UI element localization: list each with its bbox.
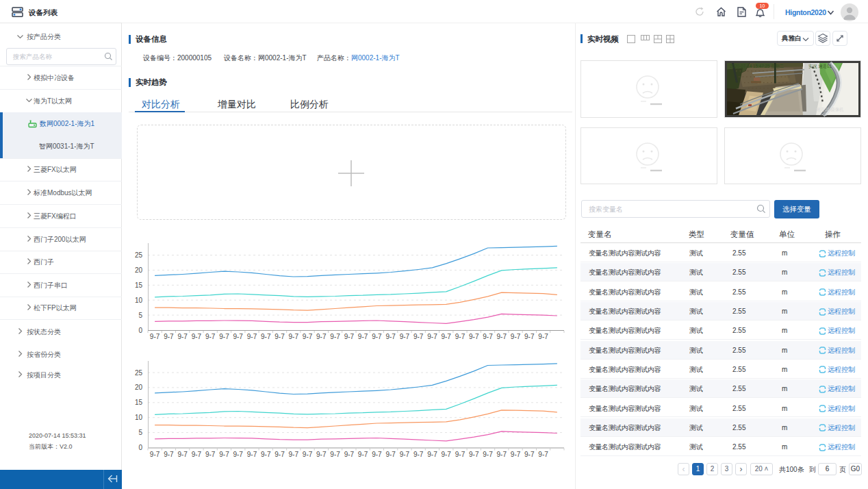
svg-text:9-7: 9-7 bbox=[289, 451, 299, 458]
svg-text:10: 10 bbox=[135, 414, 143, 421]
svg-text:9-7: 9-7 bbox=[219, 451, 229, 458]
svg-text:9-7: 9-7 bbox=[427, 451, 437, 458]
svg-text:9-7: 9-7 bbox=[192, 451, 202, 458]
svg-text:9-7: 9-7 bbox=[247, 451, 257, 458]
svg-text:9-7: 9-7 bbox=[441, 451, 451, 458]
svg-text:9-7: 9-7 bbox=[524, 451, 535, 458]
svg-text:9-7: 9-7 bbox=[164, 451, 174, 458]
svg-text:通道01/摄像机: 通道01/摄像机 bbox=[816, 107, 844, 112]
svg-text:9-7: 9-7 bbox=[385, 451, 396, 458]
svg-text:9-7: 9-7 bbox=[372, 451, 382, 458]
svg-text:9-7: 9-7 bbox=[261, 451, 271, 458]
svg-text:9-7: 9-7 bbox=[483, 451, 493, 458]
svg-text:15: 15 bbox=[135, 399, 143, 406]
svg-text:2020-07-14 15:47:25 星期二: 2020-07-14 15:47:25 星期二 bbox=[730, 64, 784, 68]
svg-text:9-7: 9-7 bbox=[497, 451, 507, 458]
svg-text:0: 0 bbox=[138, 444, 142, 451]
svg-text:9-7: 9-7 bbox=[455, 451, 465, 458]
svg-text:实况 通道01: 实况 通道01 bbox=[808, 64, 832, 69]
svg-text:9-7: 9-7 bbox=[469, 451, 479, 458]
svg-text:9-7: 9-7 bbox=[205, 451, 216, 458]
svg-text:9-7: 9-7 bbox=[413, 451, 424, 458]
svg-text:9-7: 9-7 bbox=[177, 451, 188, 458]
svg-text:9-7: 9-7 bbox=[400, 451, 410, 458]
svg-text:9-7: 9-7 bbox=[233, 451, 243, 458]
svg-text:9-7: 9-7 bbox=[316, 451, 327, 458]
svg-text:9-7: 9-7 bbox=[303, 451, 313, 458]
svg-text:25: 25 bbox=[135, 369, 143, 377]
svg-text:20: 20 bbox=[135, 384, 143, 391]
svg-text:9-7: 9-7 bbox=[358, 451, 368, 458]
svg-text:9-7: 9-7 bbox=[344, 451, 355, 458]
svg-text:9-7: 9-7 bbox=[275, 451, 285, 458]
svg-text:5: 5 bbox=[138, 429, 142, 436]
svg-text:9-7: 9-7 bbox=[511, 451, 521, 458]
svg-text:9-7: 9-7 bbox=[330, 451, 340, 458]
svg-text:9-7: 9-7 bbox=[150, 451, 160, 458]
svg-text:9-7: 9-7 bbox=[538, 451, 548, 458]
